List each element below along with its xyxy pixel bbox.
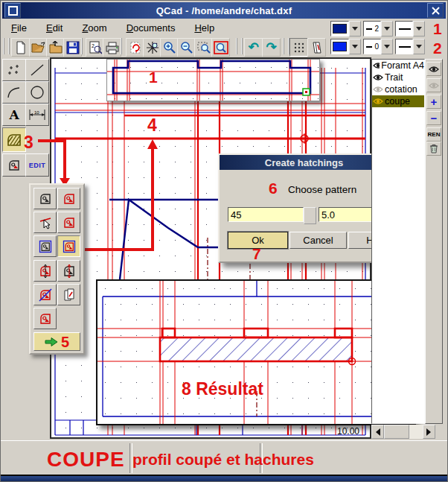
layer-row-trait[interactable]: Trait	[372, 72, 424, 83]
toolbar-grip[interactable]	[283, 38, 289, 54]
chevron-down-icon[interactable]	[413, 39, 425, 54]
palette-hatch-copy-button[interactable]	[57, 284, 80, 305]
plus-icon: +	[431, 96, 438, 107]
pen1-style-combo[interactable]	[395, 21, 425, 37]
chevron-down-icon[interactable]	[381, 39, 393, 54]
pan-icon	[146, 41, 159, 54]
pen1-color-swatch	[333, 24, 347, 34]
scroll-left-button[interactable]	[371, 425, 384, 439]
save-as-button[interactable]	[46, 38, 65, 57]
redo-button[interactable]: ↷	[262, 38, 281, 57]
print-preview-button[interactable]: 2	[86, 38, 104, 57]
zoom-out-button[interactable]	[177, 38, 196, 57]
horizontal-scrollbar[interactable]	[371, 425, 435, 439]
tool-text-button[interactable]: A	[2, 104, 26, 126]
palette-hatch-box-button[interactable]	[33, 235, 57, 257]
show-all-layers-button[interactable]	[426, 62, 441, 76]
menu-zoom[interactable]: Zoom	[80, 22, 108, 34]
tool-circle-button[interactable]	[25, 81, 49, 104]
rename-layer-button[interactable]: REN	[426, 127, 441, 142]
close-button[interactable]	[427, 3, 444, 18]
tool-dimension-button[interactable]: 10	[25, 104, 49, 126]
chevron-down-icon[interactable]	[349, 39, 361, 54]
pen1-color-combo[interactable]	[330, 21, 361, 37]
grid-icon	[293, 42, 305, 54]
scrollbar-track[interactable]	[409, 425, 423, 439]
palette-hatch-region-red-button[interactable]	[57, 188, 80, 209]
hatch-region-icon	[38, 191, 53, 206]
eye-icon[interactable]	[373, 74, 383, 81]
palette-hatch-delete-button[interactable]	[33, 284, 57, 305]
delete-layer-button[interactable]	[426, 142, 441, 156]
toolbar-grip[interactable]	[3, 38, 10, 54]
hide-all-layers-button[interactable]	[426, 78, 441, 92]
menu-documents[interactable]: Documents	[125, 22, 177, 34]
remove-layer-button[interactable]: −	[426, 111, 441, 125]
save-button[interactable]	[63, 38, 82, 57]
layer-row-coupe[interactable]: coupe	[372, 95, 424, 107]
hatch-icon	[6, 133, 22, 148]
eye-icon[interactable]	[373, 98, 383, 105]
pattern-combo[interactable]: 45	[228, 207, 316, 222]
layer-row-cotation[interactable]: cotation	[372, 83, 424, 95]
zoom-previous-button[interactable]	[211, 38, 230, 57]
eye-closed-icon[interactable]	[373, 86, 383, 93]
palette-hatch-move-button[interactable]	[33, 260, 57, 282]
new-file-button[interactable]	[11, 38, 30, 57]
window-menu-button[interactable]	[4, 3, 21, 18]
layer-view-button[interactable]	[307, 38, 326, 57]
layers-icon	[310, 41, 324, 54]
close-icon	[432, 7, 440, 15]
menu-file[interactable]: File	[10, 22, 28, 34]
tool-hatch-button[interactable]	[2, 127, 26, 152]
edit-label: EDIT	[29, 162, 46, 169]
chevron-down-icon[interactable]	[413, 21, 425, 37]
chevron-down-icon[interactable]	[349, 21, 361, 37]
menu-edit[interactable]: Edit	[45, 22, 64, 34]
tool-points-button[interactable]	[2, 59, 26, 81]
zoom-window-button[interactable]	[194, 38, 213, 57]
ok-label: Ok	[252, 235, 264, 246]
edit-mode-button[interactable]: EDIT	[25, 153, 49, 177]
pattern-value: 45	[228, 207, 304, 222]
toolbar-grip[interactable]	[236, 38, 243, 54]
palette-hatch-move-ref-button[interactable]	[57, 260, 80, 282]
palette-pick-boundary-button[interactable]	[33, 212, 57, 233]
redraw-button[interactable]	[126, 38, 144, 57]
hatch-box-selected-icon	[62, 239, 77, 254]
tool-polyline-edit-button[interactable]	[2, 153, 26, 177]
cancel-button[interactable]: Cancel	[289, 232, 347, 249]
palette-hatch-box-selected-button[interactable]	[57, 235, 80, 257]
layer-row-format[interactable]: Foramt A4	[372, 60, 424, 72]
qcad-window: QCad - /home/andre/chat.dxf File Edit Zo…	[0, 0, 448, 482]
chevron-down-icon[interactable]	[381, 21, 393, 37]
zoom-in-icon	[163, 41, 176, 54]
print-button[interactable]	[103, 38, 121, 57]
palette-hatch-region-button[interactable]	[33, 188, 57, 209]
palette-hatch-single-button[interactable]	[33, 308, 57, 329]
open-file-button[interactable]	[29, 38, 48, 57]
new-file-icon	[14, 41, 28, 54]
pen2-width-combo[interactable]: 0	[363, 39, 393, 54]
next-step-button[interactable]: 5	[33, 332, 80, 351]
add-layer-button[interactable]: +	[426, 95, 441, 109]
eye-icon[interactable]	[373, 62, 380, 69]
palette-hatch-contour-button[interactable]	[57, 212, 80, 233]
zoom-pan-button[interactable]	[143, 38, 161, 57]
grid-toggle-button[interactable]	[289, 38, 308, 57]
pen2-style-combo[interactable]	[395, 39, 425, 54]
title-bar[interactable]: QCad - /home/andre/chat.dxf	[2, 2, 446, 19]
zoom-in-button[interactable]	[160, 38, 179, 57]
menu-help[interactable]: Help	[193, 22, 216, 34]
print-preview-icon: 2	[89, 41, 102, 54]
pen2-width-value: 0	[374, 42, 379, 51]
pen1-width-combo[interactable]: 2	[363, 21, 393, 37]
tool-line-button[interactable]	[25, 59, 49, 81]
rename-label: REN	[428, 131, 441, 138]
pen2-color-combo[interactable]	[330, 39, 361, 54]
open-folder-icon	[31, 41, 46, 54]
scroll-right-button[interactable]	[423, 425, 435, 439]
tool-arc-button[interactable]	[2, 81, 26, 104]
undo-button[interactable]: ↶	[244, 38, 263, 57]
scrollbar-thumb[interactable]	[384, 425, 409, 439]
